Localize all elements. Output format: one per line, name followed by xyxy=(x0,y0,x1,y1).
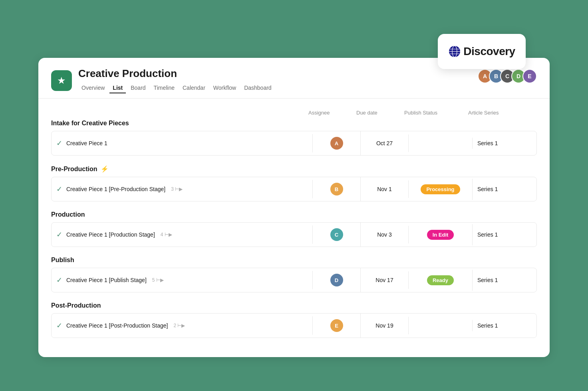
avatar: B xyxy=(330,183,343,196)
series-cell: Series 1 xyxy=(473,271,536,289)
status-badge: In Edit xyxy=(427,230,454,240)
task-name: Creative Piece 1 [Production Stage] xyxy=(66,231,155,238)
app-icon: ★ xyxy=(51,70,72,91)
series-cell: Series 1 xyxy=(473,226,536,243)
section-title-publish: Publish xyxy=(51,257,537,264)
assignee-cell: E xyxy=(313,314,361,338)
avatar-5: E xyxy=(522,69,537,83)
task-name: Creative Piece 1 [Pre-Production Stage] xyxy=(66,186,165,192)
status-cell xyxy=(409,320,473,331)
table-row[interactable]: ✓ Creative Piece 1 A Oct 27 Series 1 xyxy=(51,131,537,156)
task-name-cell: ✓ Creative Piece 1 xyxy=(52,134,313,152)
series-cell: Series 1 xyxy=(473,134,536,152)
section-title-production: Production xyxy=(51,211,537,218)
section-title-pre-production: Pre-Production ⚡ xyxy=(51,165,537,173)
assignee-cell: A xyxy=(313,131,361,155)
tab-calendar[interactable]: Calendar xyxy=(179,83,209,93)
tab-overview[interactable]: Overview xyxy=(78,83,108,93)
tab-timeline[interactable]: Timeline xyxy=(151,83,178,93)
status-cell: Ready xyxy=(409,270,473,291)
discovery-globe-icon xyxy=(448,45,461,58)
tab-workflow[interactable]: Workflow xyxy=(210,83,239,93)
col-header-status: Publish Status xyxy=(404,110,468,116)
task-name-cell: ✓ Creative Piece 1 [Publish Stage] 5 ⊢▶ xyxy=(52,271,313,289)
tab-dashboard[interactable]: Dashboard xyxy=(241,83,275,93)
status-cell: Processing xyxy=(409,179,473,200)
lightning-icon: ⚡ xyxy=(101,165,109,173)
col-header-task xyxy=(56,110,308,116)
header-left: ★ Creative Production Overview List Boar… xyxy=(51,67,275,93)
tab-board[interactable]: Board xyxy=(127,83,149,93)
tab-list[interactable]: List xyxy=(109,83,126,93)
task-meta: 5 ⊢▶ xyxy=(152,277,164,283)
nav-tabs: Overview List Board Timeline Calendar Wo… xyxy=(78,83,275,93)
due-date-cell: Nov 17 xyxy=(361,271,409,289)
check-icon: ✓ xyxy=(56,276,62,284)
task-name-cell: ✓ Creative Piece 1 [Pre-Production Stage… xyxy=(52,180,313,198)
status-badge: Processing xyxy=(421,184,460,194)
assignee-cell: C xyxy=(313,223,361,247)
section-production: Production ✓ Creative Piece 1 [Productio… xyxy=(51,211,537,247)
discovery-card: Discovery xyxy=(438,34,526,69)
table-row[interactable]: ✓ Creative Piece 1 [Post-Production Stag… xyxy=(51,313,537,338)
status-cell: In Edit xyxy=(409,224,473,245)
status-badge: Ready xyxy=(427,275,454,285)
task-meta: 4 ⊢▶ xyxy=(161,232,172,237)
series-cell: Series 1 xyxy=(473,317,536,334)
due-date-cell: Oct 27 xyxy=(361,134,409,152)
due-date-cell: Nov 3 xyxy=(361,226,409,243)
section-intake: Intake for Creative Pieces ✓ Creative Pi… xyxy=(51,120,537,156)
due-date-cell: Nov 1 xyxy=(361,180,409,198)
content-area: Assignee Due date Publish Status Article… xyxy=(38,99,550,357)
avatar: C xyxy=(330,228,343,241)
section-title-intake: Intake for Creative Pieces xyxy=(51,120,537,127)
discovery-logo: Discovery xyxy=(448,45,515,58)
check-icon: ✓ xyxy=(56,322,62,329)
task-meta: 3 ⊢▶ xyxy=(171,186,183,192)
col-header-assignee: Assignee xyxy=(308,110,356,116)
avatar: E xyxy=(330,319,343,332)
check-icon: ✓ xyxy=(56,186,62,193)
task-name: Creative Piece 1 xyxy=(66,140,107,146)
page-wrapper: Discovery ★ Creative Production Overview… xyxy=(38,34,550,357)
main-card: ★ Creative Production Overview List Boar… xyxy=(38,58,550,357)
check-icon: ✓ xyxy=(56,140,62,147)
due-date-cell: Nov 19 xyxy=(361,317,409,334)
avatar: D xyxy=(330,274,343,286)
section-publish: Publish ✓ Creative Piece 1 [Publish Stag… xyxy=(51,257,537,292)
assignee-cell: B xyxy=(313,177,361,201)
task-name-cell: ✓ Creative Piece 1 [Post-Production Stag… xyxy=(52,316,313,335)
series-cell: Series 1 xyxy=(473,180,536,198)
check-icon: ✓ xyxy=(56,231,62,238)
assignee-cell: D xyxy=(313,268,361,292)
status-cell xyxy=(409,138,473,149)
task-meta: 2 ⊢▶ xyxy=(173,323,185,328)
header-title-area: Creative Production Overview List Board … xyxy=(78,67,275,93)
task-name-cell: ✓ Creative Piece 1 [Production Stage] 4 … xyxy=(52,225,313,244)
col-header-series: Article Series xyxy=(468,110,532,116)
section-title-post-production: Post-Production xyxy=(51,302,537,309)
table-headers: Assignee Due date Publish Status Article… xyxy=(51,108,537,117)
avatar: A xyxy=(330,137,343,150)
table-row[interactable]: ✓ Creative Piece 1 [Pre-Production Stage… xyxy=(51,177,537,201)
section-post-production: Post-Production ✓ Creative Piece 1 [Post… xyxy=(51,302,537,338)
table-row[interactable]: ✓ Creative Piece 1 [Production Stage] 4 … xyxy=(51,222,537,247)
table-row[interactable]: ✓ Creative Piece 1 [Publish Stage] 5 ⊢▶ … xyxy=(51,268,537,292)
discovery-text: Discovery xyxy=(463,45,515,58)
star-icon: ★ xyxy=(57,75,66,86)
team-avatars: A B C D E xyxy=(478,69,537,83)
page-title: Creative Production xyxy=(78,67,275,80)
section-pre-production: Pre-Production ⚡ ✓ Creative Piece 1 [Pre… xyxy=(51,165,537,201)
task-name: Creative Piece 1 [Publish Stage] xyxy=(66,277,147,283)
col-header-due-date: Due date xyxy=(356,110,404,116)
task-name: Creative Piece 1 [Post-Production Stage] xyxy=(66,322,168,329)
